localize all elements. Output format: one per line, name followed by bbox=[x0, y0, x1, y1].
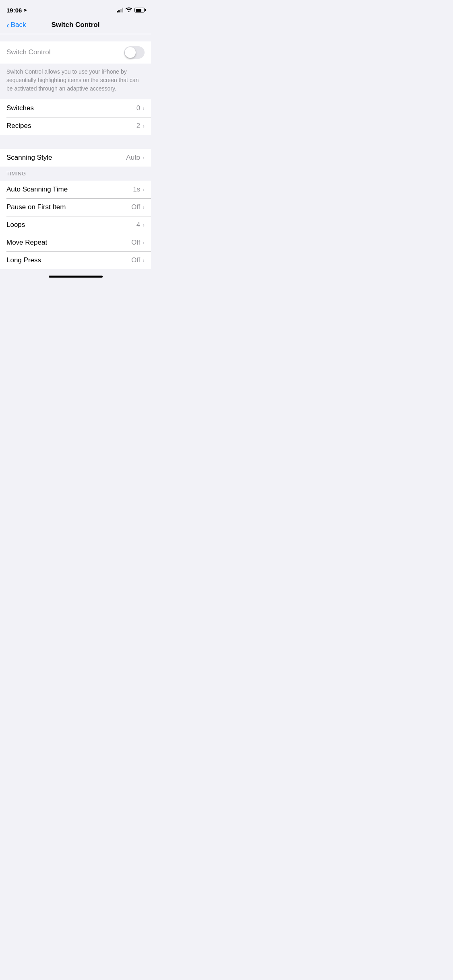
loops-chevron-icon: › bbox=[143, 222, 145, 228]
back-button[interactable]: ‹ Back bbox=[6, 21, 26, 29]
auto-scanning-time-label: Auto Scanning Time bbox=[6, 185, 68, 194]
battery-icon bbox=[134, 8, 145, 12]
description-text: Switch Control allows you to use your iP… bbox=[6, 68, 145, 93]
switch-control-toggle-row[interactable]: Switch Control bbox=[0, 41, 151, 64]
long-press-value: Off bbox=[131, 256, 140, 264]
switch-control-label: Switch Control bbox=[6, 48, 51, 56]
long-press-label: Long Press bbox=[6, 256, 41, 264]
wifi-icon bbox=[126, 7, 132, 13]
toggle-knob bbox=[125, 47, 136, 58]
gap-2 bbox=[0, 135, 151, 149]
scanning-style-row[interactable]: Scanning Style Auto › bbox=[0, 149, 151, 167]
time-display: 19:06 bbox=[6, 7, 22, 14]
loops-right: 4 › bbox=[137, 221, 145, 229]
signal-icon bbox=[117, 8, 124, 12]
switches-chevron-icon: › bbox=[143, 105, 145, 111]
pause-on-first-item-row[interactable]: Pause on First Item Off › bbox=[0, 198, 151, 216]
long-press-row[interactable]: Long Press Off › bbox=[0, 251, 151, 269]
loops-value: 4 bbox=[137, 221, 140, 229]
home-bar bbox=[49, 276, 103, 278]
recipes-label: Recipes bbox=[6, 122, 31, 130]
scanning-style-section: Scanning Style Auto › bbox=[0, 149, 151, 167]
pause-on-first-item-chevron-icon: › bbox=[143, 204, 145, 210]
long-press-right: Off › bbox=[131, 256, 145, 264]
move-repeat-right: Off › bbox=[131, 239, 145, 247]
location-icon: ➤ bbox=[23, 8, 27, 13]
home-indicator bbox=[0, 272, 151, 280]
back-label: Back bbox=[11, 21, 26, 29]
status-icons bbox=[117, 7, 145, 13]
loops-row[interactable]: Loops 4 › bbox=[0, 216, 151, 234]
timing-header-text: TIMING bbox=[6, 171, 26, 177]
pause-on-first-item-value: Off bbox=[131, 203, 140, 211]
gap-1 bbox=[0, 34, 151, 41]
auto-scanning-time-chevron-icon: › bbox=[143, 186, 145, 193]
timing-section-header: TIMING bbox=[0, 167, 151, 179]
recipes-row[interactable]: Recipes 2 › bbox=[0, 117, 151, 135]
long-press-chevron-icon: › bbox=[143, 257, 145, 264]
recipes-value: 2 bbox=[137, 122, 140, 130]
auto-scanning-time-value: 1s bbox=[133, 185, 140, 194]
auto-scanning-time-right: 1s › bbox=[133, 185, 145, 194]
switch-control-section: Switch Control bbox=[0, 41, 151, 64]
switch-control-toggle[interactable] bbox=[124, 46, 145, 59]
scanning-style-label: Scanning Style bbox=[6, 154, 52, 162]
auto-scanning-time-row[interactable]: Auto Scanning Time 1s › bbox=[0, 181, 151, 198]
pause-on-first-item-label: Pause on First Item bbox=[6, 203, 66, 211]
page-title: Switch Control bbox=[52, 21, 100, 29]
recipes-right: 2 › bbox=[137, 122, 145, 130]
status-bar: 19:06 ➤ bbox=[0, 0, 151, 18]
switches-label: Switches bbox=[6, 104, 34, 112]
pause-on-first-item-right: Off › bbox=[131, 203, 145, 211]
move-repeat-label: Move Repeat bbox=[6, 239, 47, 247]
scanning-style-right: Auto › bbox=[126, 154, 145, 162]
move-repeat-chevron-icon: › bbox=[143, 239, 145, 246]
switches-row[interactable]: Switches 0 › bbox=[0, 99, 151, 117]
move-repeat-row[interactable]: Move Repeat Off › bbox=[0, 234, 151, 251]
back-chevron-icon: ‹ bbox=[6, 21, 9, 29]
main-items-section: Switches 0 › Recipes 2 › bbox=[0, 99, 151, 135]
status-time: 19:06 ➤ bbox=[6, 7, 27, 14]
move-repeat-value: Off bbox=[131, 239, 140, 247]
nav-bar: ‹ Back Switch Control bbox=[0, 18, 151, 34]
scanning-style-chevron-icon: › bbox=[143, 154, 145, 161]
scanning-style-value: Auto bbox=[126, 154, 140, 162]
gap-3: TIMING bbox=[0, 167, 151, 181]
timing-section: Auto Scanning Time 1s › Pause on First I… bbox=[0, 181, 151, 269]
switches-right: 0 › bbox=[137, 104, 145, 112]
description-section: Switch Control allows you to use your iP… bbox=[0, 64, 151, 99]
loops-label: Loops bbox=[6, 221, 25, 229]
recipes-chevron-icon: › bbox=[143, 123, 145, 129]
switches-value: 0 bbox=[137, 104, 140, 112]
